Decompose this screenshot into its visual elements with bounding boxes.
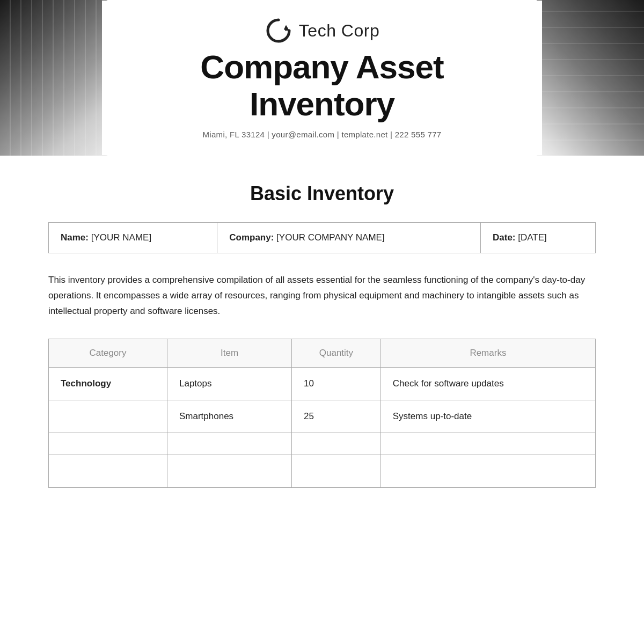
brand-line: Tech Corp (145, 17, 499, 45)
info-row: Name: [YOUR NAME] Company: [YOUR COMPANY… (49, 223, 596, 253)
table-header-row: Category Item Quantity Remarks (49, 339, 596, 367)
cell-empty (167, 455, 292, 487)
header-bg-right (537, 0, 644, 156)
cell-item: Laptops (167, 367, 292, 400)
table-row-empty (49, 455, 596, 487)
contact-line: Miami, FL 33124 | your@email.com | templ… (145, 130, 499, 139)
company-label: Company: (229, 232, 274, 243)
cell-remarks (380, 433, 595, 455)
name-value: [YOUR NAME] (91, 232, 151, 243)
header-bg-left (0, 0, 107, 156)
header: Tech Corp Company Asset Inventory Miami,… (0, 0, 644, 156)
header-center: Tech Corp Company Asset Inventory Miami,… (102, 1, 542, 155)
cell-quantity (292, 433, 381, 455)
cell-quantity: 25 (292, 400, 381, 433)
table-row: Smartphones25Systems up-to-date (49, 400, 596, 433)
date-label: Date: (493, 232, 516, 243)
doc-title: Company Asset Inventory (145, 49, 499, 122)
company-cell: Company: [YOUR COMPANY NAME] (217, 223, 481, 253)
company-value: [YOUR COMPANY NAME] (276, 232, 385, 243)
date-value: [DATE] (518, 232, 547, 243)
page-wrapper: Tech Corp Company Asset Inventory Miami,… (0, 0, 644, 509)
table-row (49, 433, 596, 455)
cell-remarks: Check for software updates (380, 367, 595, 400)
table-row: TechnologyLaptops10Check for software up… (49, 367, 596, 400)
cell-remarks: Systems up-to-date (380, 400, 595, 433)
col-item: Item (167, 339, 292, 367)
cell-empty (292, 455, 381, 487)
brand-name: Tech Corp (299, 21, 379, 41)
cell-empty (380, 455, 595, 487)
col-category: Category (49, 339, 167, 367)
inventory-table: Category Item Quantity Remarks Technolog… (48, 339, 596, 488)
col-remarks: Remarks (380, 339, 595, 367)
name-label: Name: (61, 232, 89, 243)
cell-quantity: 10 (292, 367, 381, 400)
cell-empty (49, 455, 167, 487)
cell-item: Smartphones (167, 400, 292, 433)
brand-logo-icon (265, 17, 292, 45)
cell-item (167, 433, 292, 455)
cell-category: Technology (49, 367, 167, 400)
section-title: Basic Inventory (48, 182, 596, 205)
description-text: This inventory provides a comprehensive … (48, 273, 596, 319)
main-content: Basic Inventory Name: [YOUR NAME] Compan… (0, 156, 644, 509)
col-quantity: Quantity (292, 339, 381, 367)
name-cell: Name: [YOUR NAME] (49, 223, 217, 253)
cell-category (49, 433, 167, 455)
cell-category (49, 400, 167, 433)
date-cell: Date: [DATE] (481, 223, 596, 253)
info-table: Name: [YOUR NAME] Company: [YOUR COMPANY… (48, 222, 596, 253)
